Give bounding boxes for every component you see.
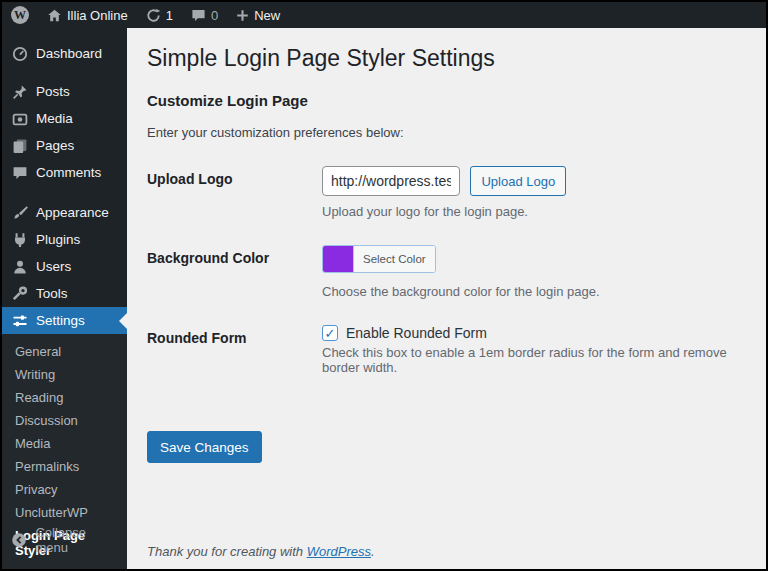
intro-text: Enter your customization preferences bel… bbox=[147, 125, 746, 140]
footer-text: Thank you for creating with bbox=[147, 544, 307, 559]
sidebar-item-users[interactable]: Users bbox=[2, 253, 127, 280]
paintbrush-icon bbox=[11, 204, 28, 221]
upload-logo-description: Upload your logo for the login page. bbox=[322, 204, 746, 219]
sidebar-item-label: Dashboard bbox=[36, 46, 102, 61]
background-color-label: Background Color bbox=[147, 245, 322, 299]
rounded-form-checkbox-label: Enable Rounded Form bbox=[346, 325, 487, 341]
updates-menu[interactable]: 1 bbox=[137, 2, 182, 28]
collapse-menu-label: Collapse menu bbox=[35, 525, 119, 555]
collapse-arrow-icon bbox=[11, 532, 27, 549]
rounded-form-checkbox[interactable]: ✓ bbox=[322, 325, 338, 341]
select-color-button[interactable]: Select Color bbox=[353, 246, 435, 272]
submenu-item-media[interactable]: Media bbox=[2, 432, 127, 455]
window: W Illia Online 1 0 New bbox=[0, 0, 768, 571]
page-title: Simple Login Page Styler Settings bbox=[147, 44, 746, 74]
sidebar-item-label: Media bbox=[36, 111, 73, 126]
wrench-icon bbox=[11, 285, 28, 302]
update-icon bbox=[146, 8, 161, 23]
color-swatch bbox=[323, 246, 353, 272]
new-menu[interactable]: New bbox=[227, 2, 289, 28]
wp-logo-menu[interactable]: W bbox=[2, 2, 38, 28]
comments-menu[interactable]: 0 bbox=[182, 2, 227, 28]
menu-separator bbox=[2, 186, 127, 199]
sidebar-item-plugins[interactable]: Plugins bbox=[2, 226, 127, 253]
sidebar-item-label: Settings bbox=[36, 313, 85, 328]
home-icon bbox=[47, 8, 62, 23]
admin-sidebar: Dashboard Posts Media Pages Comments bbox=[2, 28, 127, 569]
pushpin-icon bbox=[11, 83, 28, 100]
upload-logo-row: Upload Logo Upload Logo Upload your logo… bbox=[147, 166, 746, 220]
sidebar-item-label: Comments bbox=[36, 165, 101, 180]
comment-count: 0 bbox=[211, 8, 218, 23]
person-icon bbox=[11, 258, 28, 275]
site-name-label: Illia Online bbox=[67, 8, 128, 23]
main-content: Simple Login Page Styler Settings Custom… bbox=[127, 28, 766, 569]
rounded-form-description: Check this box to enable a 1em border ra… bbox=[322, 345, 746, 375]
sidebar-item-label: Posts bbox=[36, 84, 70, 99]
background-color-row: Background Color Select Color Choose the… bbox=[147, 245, 746, 299]
submenu-item-privacy[interactable]: Privacy bbox=[2, 478, 127, 501]
sidebar-item-tools[interactable]: Tools bbox=[2, 280, 127, 307]
sidebar-item-label: Pages bbox=[36, 138, 74, 153]
submenu-item-permalinks[interactable]: Permalinks bbox=[2, 455, 127, 478]
sidebar-item-label: Plugins bbox=[36, 232, 80, 247]
sidebar-item-label: Appearance bbox=[36, 205, 109, 220]
submenu-item-general[interactable]: General bbox=[2, 340, 127, 363]
submenu-item-reading[interactable]: Reading bbox=[2, 386, 127, 409]
comment-bubble-icon bbox=[191, 8, 206, 23]
wordpress-link[interactable]: WordPress bbox=[307, 544, 371, 559]
plus-icon bbox=[236, 9, 249, 22]
upload-logo-button[interactable]: Upload Logo bbox=[470, 166, 566, 196]
camera-icon bbox=[11, 110, 28, 127]
sidebar-item-comments[interactable]: Comments bbox=[2, 159, 127, 186]
sidebar-item-settings[interactable]: Settings bbox=[2, 307, 127, 334]
admin-bar: W Illia Online 1 0 New bbox=[2, 2, 766, 28]
new-label: New bbox=[254, 8, 280, 23]
update-count: 1 bbox=[166, 8, 173, 23]
section-title: Customize Login Page bbox=[147, 92, 746, 109]
wordpress-logo-icon: W bbox=[11, 6, 29, 24]
dashboard-icon bbox=[11, 45, 28, 62]
rounded-form-row: Rounded Form ✓ Enable Rounded Form Check… bbox=[147, 325, 746, 375]
plug-icon bbox=[11, 231, 28, 248]
comment-bubble-icon bbox=[11, 164, 28, 181]
sidebar-item-posts[interactable]: Posts bbox=[2, 78, 127, 105]
sidebar-item-media[interactable]: Media bbox=[2, 105, 127, 132]
footer-period: . bbox=[371, 544, 375, 559]
collapse-menu-button[interactable]: Collapse menu bbox=[2, 520, 127, 560]
rounded-form-label: Rounded Form bbox=[147, 325, 322, 375]
background-color-description: Choose the background color for the logi… bbox=[322, 284, 746, 299]
color-picker-control[interactable]: Select Color bbox=[322, 245, 436, 273]
menu-separator bbox=[2, 67, 127, 78]
site-name-menu[interactable]: Illia Online bbox=[38, 2, 137, 28]
logo-url-input[interactable] bbox=[322, 166, 460, 196]
sidebar-item-pages[interactable]: Pages bbox=[2, 132, 127, 159]
settings-sliders-icon bbox=[11, 312, 28, 329]
current-menu-arrow bbox=[119, 313, 127, 329]
sidebar-item-dashboard[interactable]: Dashboard bbox=[2, 40, 127, 67]
submenu-item-writing[interactable]: Writing bbox=[2, 363, 127, 386]
sidebar-item-label: Tools bbox=[36, 286, 68, 301]
footer-credit: Thank you for creating with WordPress. bbox=[147, 544, 375, 559]
sidebar-item-label: Users bbox=[36, 259, 71, 274]
submenu-item-discussion[interactable]: Discussion bbox=[2, 409, 127, 432]
sidebar-item-appearance[interactable]: Appearance bbox=[2, 199, 127, 226]
pages-icon bbox=[11, 137, 28, 154]
save-changes-button[interactable]: Save Changes bbox=[147, 431, 262, 463]
upload-logo-label: Upload Logo bbox=[147, 166, 322, 220]
